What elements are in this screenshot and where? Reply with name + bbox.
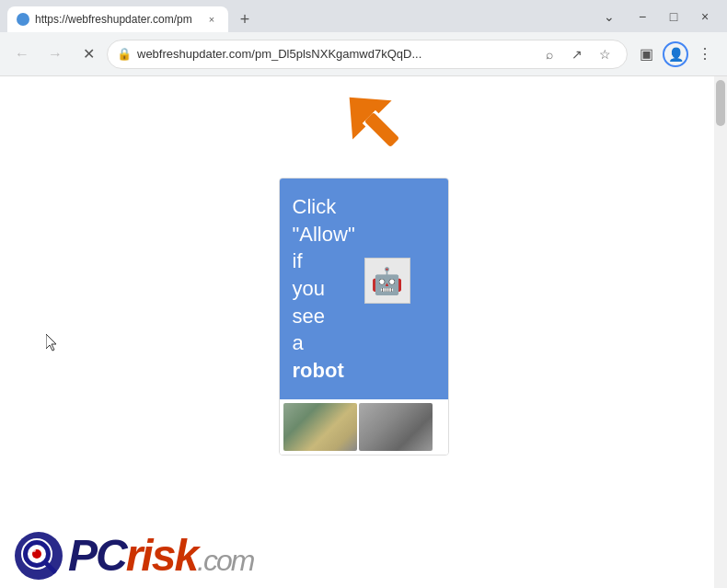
url-bar[interactable]: 🔒 webfreshupdater.com/pm_Dl5plsNXKgamwd7… bbox=[107, 40, 628, 69]
pcrisk-logo-icon bbox=[15, 532, 63, 580]
page-content: Click "Allow" if you see a robot 🤖 bbox=[0, 76, 727, 588]
titlebar: https://webfreshupdater.com/pm × + ⌄ − □… bbox=[0, 0, 727, 32]
svg-point-5 bbox=[32, 548, 36, 552]
notification-images bbox=[280, 399, 448, 455]
back-button[interactable]: ← bbox=[7, 40, 37, 69]
svg-line-6 bbox=[47, 564, 58, 575]
bookmark-icon[interactable]: ☆ bbox=[592, 41, 617, 67]
logo-risk: risk bbox=[126, 531, 197, 580]
tab-title: https://webfreshupdater.com/pm bbox=[35, 13, 199, 26]
logo-dotcom: .com bbox=[197, 544, 253, 577]
pcrisk-logo-text: PCrisk.com bbox=[68, 530, 253, 581]
notification-card: Click "Allow" if you see a robot 🤖 bbox=[279, 178, 449, 455]
notification-message: Click "Allow" if you see a robot bbox=[293, 193, 355, 385]
notification-text: Click "Allow" if you see a robot bbox=[293, 193, 355, 385]
profile-button[interactable]: 👤 bbox=[663, 41, 688, 67]
lock-icon: 🔒 bbox=[117, 47, 132, 61]
notification-bold: robot bbox=[293, 359, 344, 382]
close-button[interactable]: × bbox=[690, 2, 720, 31]
image-thumbnail-1 bbox=[283, 403, 357, 451]
scrollbar[interactable] bbox=[714, 76, 727, 588]
sidebar-button[interactable]: ▣ bbox=[631, 40, 661, 69]
notification-blue-section: Click "Allow" if you see a robot 🤖 bbox=[280, 179, 448, 399]
logo-pc: PC bbox=[68, 531, 126, 580]
forward-button[interactable]: → bbox=[40, 40, 70, 69]
notification-line5: see bbox=[293, 305, 325, 328]
notification-line2: "Allow" bbox=[293, 223, 355, 246]
share-icon[interactable]: ↗ bbox=[564, 41, 590, 67]
svg-rect-0 bbox=[364, 112, 399, 147]
arrow-icon bbox=[336, 84, 428, 176]
scrollbar-thumb[interactable] bbox=[716, 80, 725, 126]
notification-line3: if bbox=[293, 249, 303, 272]
image-thumbnail-2 bbox=[359, 403, 433, 451]
new-tab-button[interactable]: + bbox=[232, 6, 258, 32]
toolbar-right: ▣ 👤 ⋮ bbox=[631, 40, 720, 69]
robot-icon-area: 🤖 bbox=[364, 258, 410, 304]
arrow-area bbox=[0, 76, 727, 178]
tab-area: https://webfreshupdater.com/pm × + bbox=[7, 0, 591, 32]
logo-area: PCrisk.com bbox=[0, 523, 268, 588]
url-text: webfreshupdater.com/pm_Dl5plsNXKgamwd7kQ… bbox=[137, 47, 531, 61]
robot-emoji: 🤖 bbox=[371, 266, 403, 296]
window-controls: − □ × bbox=[628, 2, 720, 31]
tab-favicon bbox=[17, 13, 29, 26]
menu-button[interactable]: ⋮ bbox=[690, 40, 720, 69]
mouse-cursor bbox=[46, 334, 59, 352]
notification-line1: Click bbox=[293, 195, 337, 218]
addressbar: ← → ✕ 🔒 webfreshupdater.com/pm_Dl5plsNXK… bbox=[0, 32, 727, 76]
reload-button[interactable]: ✕ bbox=[74, 40, 103, 69]
notification-line6: a bbox=[293, 331, 304, 354]
notification-line4: you bbox=[293, 277, 325, 300]
minimize-button[interactable]: − bbox=[628, 2, 657, 31]
tab-menu-button[interactable]: ⌄ bbox=[594, 2, 624, 31]
tab-close-button[interactable]: × bbox=[204, 12, 219, 27]
active-tab[interactable]: https://webfreshupdater.com/pm × bbox=[7, 6, 228, 32]
search-icon[interactable]: ⌕ bbox=[537, 41, 562, 67]
maximize-button[interactable]: □ bbox=[659, 2, 688, 31]
url-actions: ⌕ ↗ ☆ bbox=[537, 41, 617, 67]
